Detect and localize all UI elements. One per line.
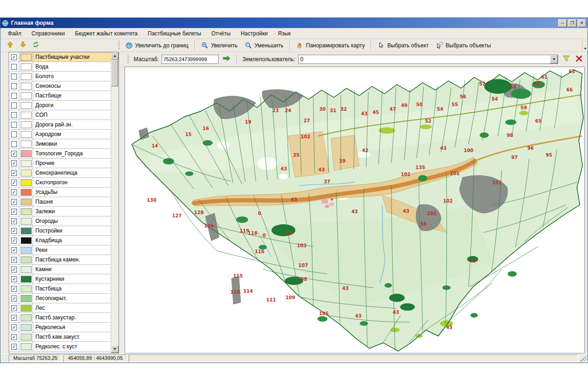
layer-checkbox[interactable]: ✓ xyxy=(9,178,19,187)
scrollbar-track[interactable] xyxy=(111,60,119,346)
menu-item-6[interactable]: Настройки xyxy=(236,29,272,38)
menu-item-4[interactable]: Пастбищные билеты xyxy=(143,29,206,38)
layer-label[interactable]: Вода xyxy=(33,62,111,71)
layer-row-16[interactable]: ✓Пашня xyxy=(9,197,111,207)
refresh-layers-button[interactable] xyxy=(30,40,41,51)
toolbar-button-5[interactable]: Выбрать объект xyxy=(374,40,432,51)
layer-checkbox[interactable]: ✓ xyxy=(9,168,19,177)
close-button[interactable]: ✕ xyxy=(577,19,586,27)
layer-row-8[interactable]: Дорога рай.зн. xyxy=(9,120,111,130)
toolbar-button-1[interactable]: Увеличить до границ xyxy=(122,40,192,51)
layer-label[interactable]: Пашня xyxy=(33,197,111,206)
menu-item-3[interactable]: Бюджет жайыт комитета xyxy=(70,29,142,38)
layer-row-28[interactable]: ✓Пастб.закустар. xyxy=(9,313,111,323)
layer-checkbox[interactable]: ✓ xyxy=(9,284,19,293)
layer-checkbox[interactable] xyxy=(9,110,19,119)
layer-checkbox[interactable]: ✓ xyxy=(9,187,19,197)
menu-item-7[interactable]: Язык xyxy=(273,29,295,38)
clear-filter-button[interactable] xyxy=(574,54,584,64)
layer-row-14[interactable]: ✓Скотопрогон xyxy=(9,178,111,187)
toolbar-button-3[interactable]: Уменьшить xyxy=(241,40,287,51)
layer-checkbox[interactable] xyxy=(9,62,19,71)
scrollbar-thumb[interactable] xyxy=(111,60,118,86)
layer-row-19[interactable]: ✓Постройки xyxy=(9,226,111,236)
layer-label[interactable]: Дороги xyxy=(33,101,111,110)
layer-label[interactable]: Топология_Города xyxy=(33,149,111,158)
layer-checkbox[interactable] xyxy=(9,81,19,91)
layer-checkbox[interactable]: ✓ xyxy=(9,303,19,312)
layer-label[interactable]: Пастбища камен. xyxy=(33,255,111,264)
combo-dropdown-button[interactable] xyxy=(550,55,558,63)
layer-label[interactable]: Скотопрогон xyxy=(33,178,111,187)
layer-label[interactable]: Аэродром xyxy=(33,130,111,139)
layer-label[interactable]: Дорога рай.зн. xyxy=(33,120,111,129)
layer-checkbox[interactable]: ✓ xyxy=(9,294,19,303)
layer-checkbox[interactable]: ✓ xyxy=(9,274,19,284)
layer-row-20[interactable]: ✓Кладбища xyxy=(9,236,111,245)
layer-row-11[interactable]: ✓Топология_Города xyxy=(9,149,111,159)
layer-label[interactable]: Пастб.закустар. xyxy=(33,313,111,322)
layer-checkbox[interactable]: ✓ xyxy=(9,159,19,168)
layer-label[interactable]: Редколесья xyxy=(33,323,111,332)
filter-button[interactable] xyxy=(561,54,571,64)
maximize-button[interactable]: ❐ xyxy=(568,19,577,27)
layer-label[interactable]: Постройки xyxy=(33,226,111,235)
layer-row-13[interactable]: ✓Сенохранилища xyxy=(9,168,111,178)
layer-label[interactable]: Сенохранилища xyxy=(33,168,111,177)
menu-item-5[interactable]: Отчёты xyxy=(207,29,235,38)
layer-checkbox[interactable]: ✓ xyxy=(9,323,19,332)
layer-checkbox[interactable]: ✓ xyxy=(9,216,19,226)
toolbar-button-2[interactable]: Увеличить xyxy=(198,40,241,51)
layer-label[interactable]: Кустарники xyxy=(33,274,111,284)
layer-checkbox[interactable]: ✓ xyxy=(9,313,19,322)
layer-row-17[interactable]: ✓Залежи xyxy=(9,207,111,216)
layer-row-25[interactable]: ✓Пастбища xyxy=(9,284,111,294)
layer-checkbox[interactable]: ✓ xyxy=(9,52,19,62)
apply-scale-button[interactable] xyxy=(221,54,232,64)
layer-row-31[interactable]: ✓Редколес. с куст xyxy=(9,342,111,352)
layer-label[interactable]: Редколес. с куст xyxy=(33,342,111,351)
layer-label[interactable]: Залежи xyxy=(33,207,111,216)
layer-row-5[interactable]: Пастбище xyxy=(9,91,111,101)
layer-checkbox[interactable]: ✓ xyxy=(9,342,19,351)
layer-label[interactable]: Пастбище xyxy=(33,91,111,100)
layer-row-22[interactable]: ✓Пастбища камен. xyxy=(9,255,111,265)
layer-row-23[interactable]: ✓Камни xyxy=(9,265,111,274)
layer-row-3[interactable]: Болото xyxy=(9,72,111,81)
layer-row-26[interactable]: ✓Лесопокрыт. xyxy=(9,294,111,303)
layer-label[interactable]: Сенокосы xyxy=(33,81,111,91)
layer-checkbox[interactable] xyxy=(9,101,19,110)
layer-row-24[interactable]: ✓Кустарники xyxy=(9,274,111,284)
layer-checkbox[interactable]: ✓ xyxy=(9,236,19,245)
layer-label[interactable]: Огороды xyxy=(33,216,111,226)
layer-checkbox[interactable]: ✓ xyxy=(9,332,19,341)
toolbar-grip[interactable] xyxy=(118,41,120,50)
layer-label[interactable]: Лес xyxy=(33,303,111,312)
layer-row-29[interactable]: ✓Редколесья xyxy=(9,323,111,332)
layer-checkbox[interactable]: ✓ xyxy=(9,265,19,274)
layer-label[interactable]: СОП xyxy=(33,110,111,119)
layer-row-30[interactable]: ✓Пастб.кам.закуст. xyxy=(9,332,111,342)
layer-row-6[interactable]: Дороги xyxy=(9,101,111,110)
scroll-down-button[interactable]: ▼ xyxy=(111,346,119,353)
toolbar-button-4[interactable]: Панорамировать карту xyxy=(293,40,368,51)
layer-label[interactable]: Пастбищные участки xyxy=(33,52,111,62)
layer-checkbox[interactable]: ✓ xyxy=(9,245,19,255)
scroll-up-button[interactable]: ▲ xyxy=(111,52,119,60)
layer-label[interactable]: Усадьбы xyxy=(33,187,111,197)
menu-item-2[interactable]: Справочники xyxy=(27,29,70,38)
layer-label[interactable]: Реки xyxy=(33,245,111,255)
menu-item-1[interactable]: Файл xyxy=(3,29,26,38)
layer-row-15[interactable]: ✓Усадьбы xyxy=(9,187,111,197)
move-layer-down-button[interactable] xyxy=(17,40,28,51)
map-viewport[interactable]: 6361606658575654555965504947544543323130… xyxy=(124,67,585,353)
layer-label[interactable]: Лесопокрыт. xyxy=(33,294,111,303)
layer-row-27[interactable]: ✓Лес xyxy=(9,303,111,313)
layer-row-10[interactable]: Зимовки xyxy=(9,139,111,149)
layer-checkbox[interactable] xyxy=(9,130,19,139)
layer-row-1[interactable]: ✓Пастбищные участки xyxy=(9,52,111,62)
layer-row-18[interactable]: ✓Огороды xyxy=(9,216,111,226)
layer-checkbox[interactable]: ✓ xyxy=(9,207,19,216)
layer-checkbox[interactable] xyxy=(9,91,19,100)
layer-checkbox[interactable]: ✓ xyxy=(9,149,19,158)
